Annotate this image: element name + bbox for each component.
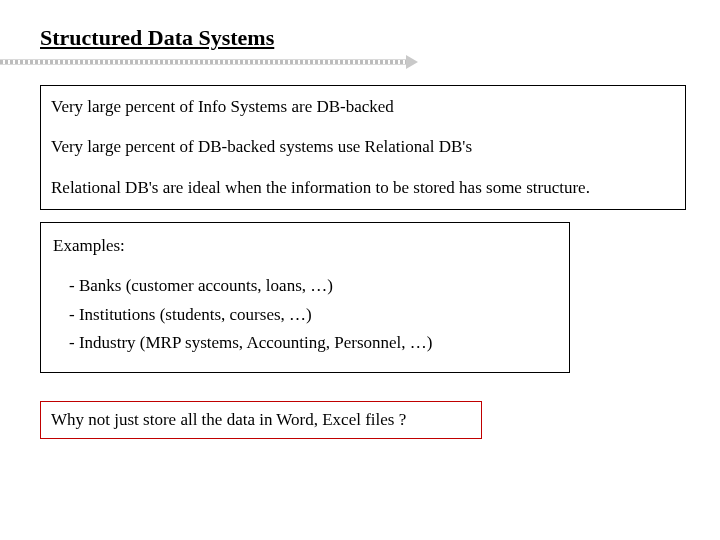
example-institutions: - Institutions (students, courses, …) <box>69 302 557 328</box>
question-text: Why not just store all the data in Word,… <box>51 410 406 429</box>
examples-box: Examples: - Banks (customer accounts, lo… <box>40 222 570 373</box>
point-db-backed: Very large percent of Info Systems are D… <box>51 94 675 120</box>
examples-label: Examples: <box>53 233 557 259</box>
example-banks: - Banks (customer accounts, loans, …) <box>69 273 557 299</box>
title-underline-arrow-icon <box>0 55 416 69</box>
point-structure: Relational DB's are ideal when the infor… <box>51 175 675 201</box>
slide-title: Structured Data Systems <box>40 25 400 55</box>
example-industry: - Industry (MRP systems, Accounting, Per… <box>69 330 557 356</box>
question-box: Why not just store all the data in Word,… <box>40 401 482 439</box>
main-points-box: Very large percent of Info Systems are D… <box>40 85 686 210</box>
point-relational: Very large percent of DB-backed systems … <box>51 134 675 160</box>
